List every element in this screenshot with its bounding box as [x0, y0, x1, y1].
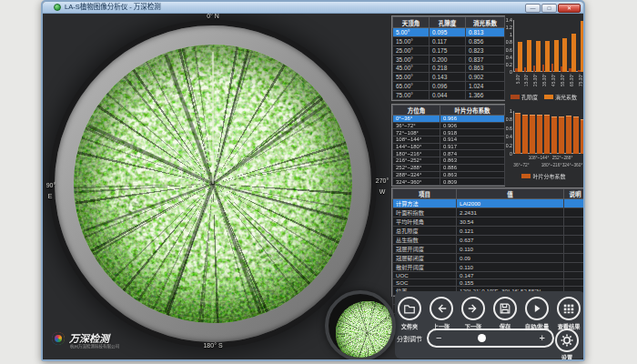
y-tick-label: 0	[500, 151, 512, 157]
close-button[interactable]: ✕	[558, 4, 581, 13]
table-row[interactable]: 散射开阔度0.110	[393, 263, 584, 272]
table-cell: 0.917	[440, 143, 505, 150]
bar	[530, 115, 535, 154]
bar	[544, 115, 550, 154]
table-cell: 0.914	[440, 136, 505, 144]
canopy-photo[interactable]	[336, 301, 396, 359]
table-row[interactable]: 5.00°0.0950.813	[393, 28, 505, 37]
table-row[interactable]: 65.00°0.0961.024	[393, 82, 505, 91]
table-row[interactable]: 0°~36°0.966	[393, 116, 505, 123]
table-cell: 冠层开阔度	[393, 245, 457, 254]
table-row[interactable]: 288°~324°0.863	[393, 171, 505, 178]
slider-thumb[interactable]	[478, 334, 486, 342]
x-tick-label: 5.00°	[516, 74, 521, 84]
table-cell: 冠层郁闭度	[393, 254, 457, 263]
table-cell: SOC	[393, 279, 457, 287]
bar	[562, 38, 567, 72]
slider-minus-button[interactable]: −	[436, 331, 441, 345]
table-cell: 25.00°	[393, 46, 430, 55]
table-row[interactable]: 25.00°0.1750.823	[393, 46, 505, 55]
bar	[581, 119, 583, 154]
table-cell	[564, 236, 584, 245]
compass-east-deg-label: 90°	[43, 182, 59, 188]
thumbnail-photo-inner	[329, 294, 392, 358]
table-cell	[564, 208, 584, 217]
bar	[566, 116, 571, 154]
table-cell: 5.00°	[393, 28, 430, 37]
table-row[interactable]: 108°~144°0.914	[393, 136, 505, 144]
previous-button[interactable]	[430, 297, 453, 320]
table-row[interactable]: 平均叶倾角30.54	[393, 217, 584, 227]
table-row[interactable]: 丛生指数0.637	[393, 236, 584, 245]
table-cell: 15.00°	[393, 36, 430, 46]
table-cell: 65.00°	[393, 82, 430, 91]
segmentation-slider[interactable]: − +	[427, 329, 554, 348]
table-row[interactable]: 324°~360°0.809	[393, 178, 505, 186]
view-results-button[interactable]	[557, 297, 581, 320]
bar	[545, 41, 550, 72]
table-cell: 0.155	[457, 279, 564, 287]
x-tick-label: 55.00°	[561, 74, 565, 86]
table-cell: 0.809	[440, 178, 505, 186]
table-row[interactable]: 55.00°0.1430.902	[393, 73, 505, 82]
auto-batch-button[interactable]	[525, 297, 549, 320]
app-icon	[54, 4, 61, 11]
save-icon	[499, 302, 511, 315]
table-cell: 252°~288°	[393, 164, 440, 171]
table-row[interactable]: 180°~216°0.874	[393, 150, 505, 157]
x-tick-label: 15.00°	[524, 74, 529, 86]
table-row[interactable]: 冠层开阔度0.110	[393, 245, 584, 254]
minimize-button[interactable]: —	[525, 4, 541, 13]
canopy-photo[interactable]	[74, 45, 352, 323]
compass-north-label: 0° N	[199, 14, 227, 19]
table-row[interactable]: 计算方法LAI2000	[393, 199, 584, 208]
y-tick-label: 0	[500, 69, 512, 75]
y-tick-label: 1	[500, 32, 512, 37]
table-row[interactable]: 216°~252°0.863	[393, 157, 505, 165]
folder-button[interactable]	[398, 297, 421, 320]
table-cell: 180°~216°	[393, 150, 440, 157]
porosity-extinction-chart: 1.41.210.80.60.40.205.00°15.00°25.00°35.…	[500, 16, 583, 115]
table-cell: 30.54	[457, 217, 564, 227]
parameter-table: 项目值说明计算方法LAI2000叶面积指数2.2431平均叶倾角30.54总孔隙…	[391, 187, 583, 297]
settings-button[interactable]	[555, 329, 579, 352]
y-tick-label: 0.8	[500, 39, 512, 45]
table-row[interactable]: 叶面积指数2.2431	[393, 208, 584, 217]
column-header: 叶片分布系数	[440, 106, 505, 116]
window-title: LA-S植物图像分析仪 - 万深检测	[65, 2, 161, 13]
chart-legend: 叶片分布系数	[500, 172, 583, 180]
table-row[interactable]: 36°~72°0.906	[393, 122, 505, 129]
table-row[interactable]: 15.00°0.1170.856	[393, 36, 505, 46]
titlebar[interactable]: LA-S植物图像分析仪 - 万深检测 — □ ✕	[43, 2, 583, 14]
thumbnail-photo[interactable]	[325, 290, 396, 359]
table-cell: 0.637	[457, 236, 564, 245]
table-row[interactable]: 35.00°0.2000.837	[393, 55, 505, 64]
table-row[interactable]: 45.00°0.2180.863	[393, 64, 505, 73]
table-cell: 计算方法	[393, 199, 457, 208]
table-row[interactable]: UOC0.147	[393, 272, 584, 279]
next-button[interactable]	[461, 297, 485, 320]
bar	[571, 34, 576, 72]
table-row[interactable]: 144°~180°0.917	[393, 143, 505, 150]
table-cell: 0.902	[466, 73, 505, 82]
table-row[interactable]: SOC0.155	[393, 279, 584, 287]
table-row[interactable]: 72°~108°0.918	[393, 129, 505, 136]
table-row[interactable]: 总孔隙度0.121	[393, 227, 584, 236]
column-header: 孔隙度	[430, 17, 466, 28]
table-row[interactable]: 75.00°0.0441.366	[393, 91, 505, 100]
table-cell	[564, 263, 584, 272]
table-row[interactable]: 冠层郁闭度0.09	[393, 254, 584, 263]
slider-plus-button[interactable]: +	[540, 331, 545, 345]
y-tick-label: 0.2	[500, 143, 512, 148]
legend-label: 消光系数	[555, 93, 577, 101]
table-cell: 75.00°	[393, 91, 430, 100]
table-cell	[564, 279, 584, 287]
table-cell: UOC	[393, 272, 457, 279]
x-tick-label: 180°~216°	[541, 163, 562, 167]
table-cell: 0.837	[466, 55, 505, 64]
save-button[interactable]	[493, 297, 517, 320]
bar	[537, 115, 542, 154]
maximize-button[interactable]: □	[541, 4, 557, 13]
table-row[interactable]: 252°~288°0.886	[393, 164, 505, 171]
table-cell: 0.200	[430, 55, 466, 64]
